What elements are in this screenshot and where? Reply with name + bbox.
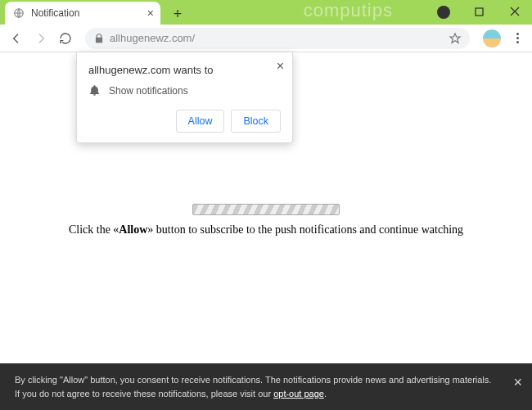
browser-toolbar: allhugenewz.com/ <box>0 25 532 52</box>
browser-menu-button[interactable] <box>509 33 525 43</box>
notification-permission-prompt: × allhugenewz.com wants to Show notifica… <box>76 52 293 143</box>
url-text: allhugenewz.com/ <box>110 32 195 44</box>
opt-out-link[interactable]: opt-out page <box>273 389 324 399</box>
banner-close-button[interactable]: × <box>513 372 522 394</box>
back-button[interactable] <box>7 29 26 48</box>
window-controls <box>432 3 525 20</box>
globe-icon <box>13 7 25 19</box>
lock-icon <box>93 33 105 44</box>
profile-avatar[interactable] <box>483 29 501 47</box>
svg-rect-2 <box>476 8 483 16</box>
consent-banner: × By clicking "Allow" button, you consen… <box>0 363 532 410</box>
reload-button[interactable] <box>56 29 75 48</box>
window-close-button[interactable] <box>504 3 525 20</box>
prompt-origin-text: allhugenewz.com wants to <box>88 64 281 76</box>
prompt-permission-label: Show notifications <box>109 85 188 97</box>
bell-icon <box>88 84 101 97</box>
block-button[interactable]: Block <box>231 110 281 133</box>
maximize-button[interactable] <box>468 3 489 20</box>
banner-text-tail: . <box>324 389 327 399</box>
forward-button[interactable] <box>31 29 51 48</box>
instruction-text: Click the «Allow» button to subscribe to… <box>0 223 532 237</box>
tab-title: Notification <box>31 7 79 19</box>
tab-close-button[interactable]: × <box>147 7 154 20</box>
prompt-close-button[interactable]: × <box>277 59 284 74</box>
bookmark-star-icon[interactable] <box>449 32 462 45</box>
watermark-text: computips <box>304 0 393 21</box>
browser-tab[interactable]: Notification × <box>5 2 160 25</box>
window-titlebar: computips Notification × + <box>0 0 532 25</box>
page-content: × allhugenewz.com wants to Show notifica… <box>0 52 532 410</box>
banner-text: By clicking "Allow" button, you consent … <box>15 375 491 399</box>
new-tab-button[interactable]: + <box>167 3 188 25</box>
prompt-permission-row: Show notifications <box>88 84 281 97</box>
loading-bar <box>192 204 340 215</box>
minimize-button[interactable] <box>432 3 453 20</box>
allow-button[interactable]: Allow <box>176 110 225 133</box>
address-bar[interactable]: allhugenewz.com/ <box>85 28 470 49</box>
